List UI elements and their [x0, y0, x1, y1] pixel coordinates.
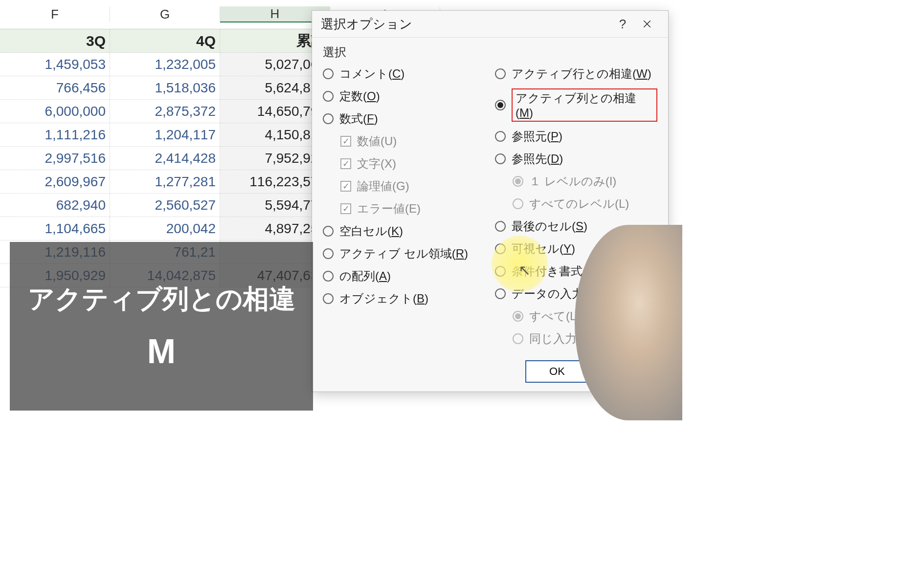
cell[interactable]: 2,875,372: [110, 100, 220, 123]
radio-icon: [513, 198, 523, 209]
col-header-f[interactable]: F: [0, 7, 110, 22]
cell[interactable]: 1,111,216: [0, 123, 110, 147]
cell[interactable]: 6,000,000: [0, 100, 110, 123]
cell[interactable]: 1,277,281: [110, 170, 220, 194]
radio-icon: [513, 176, 523, 187]
cell[interactable]: 2,997,516: [0, 147, 110, 170]
option-formulas[interactable]: 数式(F): [323, 111, 485, 127]
radio-icon: [495, 266, 506, 277]
option-logical: 論理値(G): [340, 178, 485, 194]
radio-icon: [323, 248, 334, 259]
cell[interactable]: 2,609,967: [0, 170, 110, 194]
checkbox-icon: [340, 203, 351, 214]
option-all-levels: すべてのレベル(L): [513, 196, 657, 212]
radio-icon: [495, 100, 506, 110]
option-current-array[interactable]: の配列(A): [323, 268, 485, 284]
cell[interactable]: 1,219,116: [0, 240, 110, 264]
radio-icon: [323, 226, 334, 237]
radio-icon: [323, 68, 334, 79]
option-direct-only: １ レベルのみ(I): [513, 174, 657, 189]
checkbox-icon: [340, 158, 351, 169]
radio-icon: [495, 153, 506, 164]
option-text: 文字(X): [340, 156, 485, 172]
option-numbers: 数値(U): [340, 133, 485, 149]
checkbox-icon: [340, 181, 351, 192]
option-row-differences[interactable]: アクティブ行との相違(W): [495, 66, 657, 82]
option-column-differences[interactable]: アクティブ列との相違(M): [495, 88, 657, 122]
radio-icon: [323, 91, 334, 102]
radio-icon: [495, 243, 506, 254]
option-blanks[interactable]: 空白セル(K): [323, 223, 485, 239]
cell[interactable]: 1,459,053: [0, 53, 110, 76]
cell[interactable]: 2,414,428: [110, 147, 220, 170]
checkbox-icon: [340, 136, 351, 147]
help-button[interactable]: ?: [610, 14, 635, 34]
caption-line-2: M: [147, 332, 176, 371]
cell[interactable]: 1,232,005: [110, 53, 220, 76]
close-button[interactable]: [635, 14, 659, 34]
cell[interactable]: 761,21: [110, 240, 220, 264]
presenter-webcam: [575, 225, 682, 420]
cell[interactable]: 1,204,117: [110, 123, 220, 147]
group-label: 選択: [323, 44, 657, 60]
cell[interactable]: 200,042: [110, 217, 220, 240]
option-objects[interactable]: オブジェクト(B): [323, 291, 485, 306]
radio-icon: [323, 271, 334, 282]
close-icon: [643, 20, 651, 28]
dialog-title: 選択オプション: [321, 16, 610, 33]
cell[interactable]: 682,940: [0, 194, 110, 217]
option-current-region[interactable]: アクティブ セル領域(R): [323, 246, 485, 261]
cell[interactable]: 14,042,875: [110, 264, 220, 287]
radio-icon: [495, 288, 506, 299]
radio-icon: [323, 113, 334, 124]
dialog-titlebar[interactable]: 選択オプション ?: [312, 11, 668, 38]
cell[interactable]: 1,104,665: [0, 217, 110, 240]
radio-icon: [513, 311, 523, 322]
cell[interactable]: 1,950,929: [0, 264, 110, 287]
option-dependents[interactable]: 参照先(D): [495, 151, 657, 167]
option-errors: エラー値(E): [340, 201, 485, 217]
header-3q[interactable]: 3Q: [0, 29, 110, 53]
option-comments[interactable]: コメント(C): [323, 66, 485, 82]
radio-icon: [495, 221, 506, 232]
col-header-g[interactable]: G: [110, 7, 220, 22]
cell[interactable]: 766,456: [0, 76, 110, 100]
cell[interactable]: 1,518,036: [110, 76, 220, 100]
header-4q[interactable]: 4Q: [110, 29, 220, 53]
radio-icon: [495, 68, 506, 79]
radio-icon: [513, 333, 523, 344]
cell[interactable]: 2,560,527: [110, 194, 220, 217]
option-precedents[interactable]: 参照元(P): [495, 129, 657, 144]
option-constants[interactable]: 定数(O): [323, 88, 485, 104]
radio-icon: [495, 131, 506, 142]
radio-icon: [323, 293, 334, 304]
